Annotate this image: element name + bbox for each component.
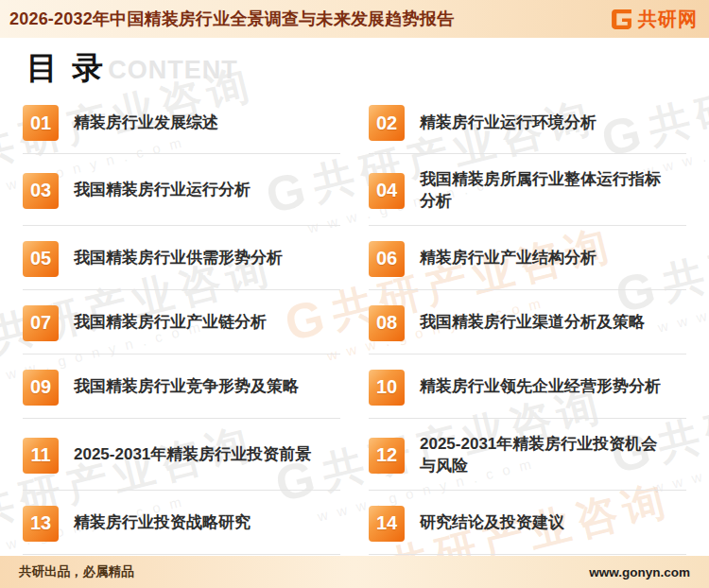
toc-heading: 目 录 CONTENT	[26, 47, 686, 90]
item-number-badge: 05	[23, 241, 59, 277]
toc-heading-cn: 目 录	[26, 47, 106, 90]
item-number-badge: 04	[369, 173, 405, 209]
item-number-badge: 07	[23, 305, 59, 341]
toc-item-02[interactable]: 02 精装房行业运行环境分析	[369, 97, 686, 154]
toc-item-01[interactable]: 01 精装房行业发展综述	[23, 97, 340, 154]
toc-item-13[interactable]: 13 精装房行业投资战略研究	[23, 498, 340, 555]
toc-item-12[interactable]: 12 2025-2031年精装房行业投资机会 与风险	[369, 426, 686, 491]
toc-content: G共研产业咨询 w w w . g o n y n . c o m G共研产业咨…	[0, 38, 709, 556]
item-title: 2025-2031年精装房行业投资前景	[74, 444, 311, 466]
item-number-badge: 08	[369, 305, 405, 341]
header-bar: 2026-2032年中国精装房行业全景调查与未来发展趋势报告 共研网	[0, 0, 709, 38]
report-toc-page: 2026-2032年中国精装房行业全景调查与未来发展趋势报告 共研网 G共研产业…	[0, 0, 709, 588]
item-number-badge: 01	[23, 105, 59, 141]
item-number-badge: 02	[369, 105, 405, 141]
item-number-badge: 09	[23, 370, 59, 406]
toc-item-14[interactable]: 14 研究结论及投资建议	[369, 498, 686, 555]
footer-bar: 共研出品，必属精品 www.gonyn.com	[0, 556, 709, 588]
item-title: 精装房行业运行环境分析	[420, 112, 597, 134]
item-title: 精装房行业发展综述	[74, 112, 218, 134]
item-number-badge: 10	[369, 370, 405, 406]
item-title: 精装房行业投资战略研究	[74, 512, 251, 534]
item-number-badge: 12	[369, 438, 405, 474]
item-number-badge: 14	[369, 506, 405, 542]
item-title: 研究结论及投资建议	[420, 512, 564, 534]
toc-item-05[interactable]: 05 我国精装房行业供需形势分析	[23, 233, 340, 290]
item-number-badge: 06	[369, 241, 405, 277]
toc-item-09[interactable]: 09 我国精装房行业竞争形势及策略	[23, 362, 340, 419]
item-title: 我国精装房行业运行分析	[74, 180, 251, 201]
item-title: 我国精装房行业供需形势分析	[74, 248, 283, 269]
footer-site-url[interactable]: www.gonyn.com	[589, 565, 690, 579]
brand-logo-text: 共研网	[638, 7, 698, 32]
toc-item-07[interactable]: 07 我国精装房行业产业链分析	[23, 298, 340, 355]
toc-item-08[interactable]: 08 我国精装房行业渠道分析及策略	[369, 298, 686, 355]
item-number-badge: 11	[23, 438, 59, 474]
brand-logo: 共研网	[610, 7, 698, 32]
report-title: 2026-2032年中国精装房行业全景调查与未来发展趋势报告	[9, 8, 454, 30]
item-title: 精装房行业领先企业经营形势分析	[420, 376, 661, 398]
toc-grid: 01 精装房行业发展综述 02 精装房行业运行环境分析 03 我国精装房行业运行…	[23, 97, 686, 555]
toc-item-06[interactable]: 06 精装房行业产业结构分析	[369, 233, 686, 290]
item-title: 精装房行业产业结构分析	[420, 248, 597, 269]
toc-item-10[interactable]: 10 精装房行业领先企业经营形势分析	[369, 362, 686, 419]
toc-item-11[interactable]: 11 2025-2031年精装房行业投资前景	[23, 426, 340, 491]
item-number-badge: 13	[23, 506, 59, 542]
toc-heading-en: CONTENT	[108, 56, 238, 85]
item-title: 我国精装房行业渠道分析及策略	[420, 312, 645, 334]
footer-slogan: 共研出品，必属精品	[19, 563, 134, 580]
item-title: 2025-2031年精装房行业投资机会 与风险	[420, 434, 657, 477]
toc-item-03[interactable]: 03 我国精装房行业运行分析	[23, 162, 340, 226]
gonyn-g-icon	[610, 8, 633, 31]
toc-item-04[interactable]: 04 我国精装房所属行业整体运行指标 分析	[369, 162, 686, 226]
item-title: 我国精装房行业产业链分析	[74, 312, 267, 334]
item-number-badge: 03	[23, 173, 59, 209]
item-title: 我国精装房行业竞争形势及策略	[74, 376, 299, 398]
item-title: 我国精装房所属行业整体运行指标 分析	[420, 169, 661, 213]
